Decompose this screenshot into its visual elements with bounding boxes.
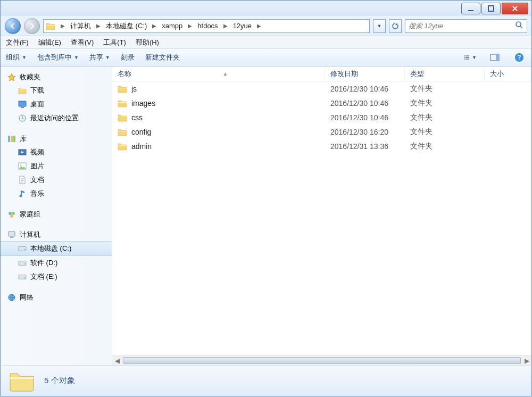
maximize-button[interactable] [481, 3, 501, 14]
homegroup-icon [7, 210, 16, 219]
address-bar[interactable]: ▶ 计算机 ▶ 本地磁盘 (C:) ▶ xampp ▶ htdocs ▶ 12y… [43, 19, 370, 33]
breadcrumb-segment[interactable]: 本地磁盘 (C:) [104, 20, 149, 32]
sidebar-item-desktop[interactable]: 桌面 [1, 97, 112, 111]
svg-rect-15 [19, 101, 26, 106]
column-type[interactable]: 类型 [405, 67, 485, 81]
svg-point-23 [20, 164, 22, 166]
address-dropdown-button[interactable]: ▼ [373, 19, 386, 33]
folder-icon [8, 369, 36, 393]
file-date: 2016/12/30 16:20 [325, 128, 405, 136]
menu-file[interactable]: 文件(F) [6, 38, 29, 47]
help-button[interactable]: ? [512, 51, 526, 64]
breadcrumb-segment[interactable]: 12yue [231, 21, 254, 31]
chevron-right-icon: ▶ [61, 23, 65, 29]
folder-icon [118, 85, 127, 93]
svg-rect-29 [10, 237, 13, 238]
scroll-left-icon[interactable]: ◀ [112, 356, 122, 365]
sidebar-computer[interactable]: 计算机 [1, 228, 112, 241]
horizontal-scrollbar[interactable]: ◀ ▶ [112, 355, 531, 365]
sidebar-item-recent[interactable]: 最近访问的位置 [1, 111, 112, 125]
file-name: js [131, 85, 137, 93]
drive-icon [18, 244, 27, 253]
sidebar-libraries[interactable]: 库 [1, 133, 112, 145]
burn-button[interactable]: 刻录 [121, 53, 135, 62]
sidebar-network[interactable]: 网络 [1, 291, 112, 304]
status-text: 5 个对象 [44, 376, 75, 386]
sidebar-item-drive-d[interactable]: 软件 (D:) [1, 256, 112, 270]
breadcrumb-segment[interactable]: htdocs [195, 21, 220, 31]
menu-tools[interactable]: 工具(T) [103, 38, 126, 47]
svg-rect-3 [488, 6, 494, 11]
chevron-right-icon: ▶ [96, 23, 101, 29]
file-date: 2016/12/31 13:36 [325, 142, 405, 151]
column-headers: 名称▲ 修改日期 类型 大小 [112, 67, 531, 81]
search-box[interactable] [405, 19, 527, 33]
column-size[interactable]: 大小 [485, 67, 531, 81]
include-in-library-button[interactable]: 包含到库中▼ [37, 53, 79, 62]
sidebar-item-drive-c[interactable]: 本地磁盘 (C:) [1, 241, 112, 256]
menu-edit[interactable]: 编辑(E) [38, 38, 61, 47]
menu-view[interactable]: 查看(V) [71, 38, 94, 47]
folder-icon [118, 142, 127, 151]
organize-button[interactable]: 组织▼ [6, 53, 27, 62]
file-type: 文件夹 [405, 142, 485, 151]
chevron-right-icon: ▶ [223, 23, 228, 29]
chevron-right-icon: ▶ [257, 23, 261, 29]
sidebar-item-downloads[interactable]: 下载 [1, 84, 112, 97]
svg-rect-10 [466, 59, 470, 59]
breadcrumb-segment[interactable]: 计算机 [68, 20, 93, 32]
svg-point-4 [516, 22, 521, 27]
new-folder-button[interactable]: 新建文件夹 [145, 53, 180, 62]
svg-rect-19 [11, 136, 13, 142]
document-icon [18, 176, 27, 184]
file-name: css [131, 113, 143, 122]
navigation-pane: 收藏夹 下载 桌面 最近访问的位置 库 视频 图片 文档 音乐 家庭组 计算机 … [1, 67, 112, 365]
file-row[interactable]: js2016/12/30 10:46文件夹 [112, 81, 531, 96]
file-row[interactable]: images2016/12/30 10:46文件夹 [112, 96, 531, 110]
file-type: 文件夹 [405, 127, 485, 137]
music-icon [18, 189, 27, 198]
computer-icon [7, 230, 16, 239]
column-name[interactable]: 名称▲ [112, 67, 325, 81]
minimize-button[interactable] [461, 3, 480, 14]
close-button[interactable] [502, 3, 528, 14]
sidebar-homegroup[interactable]: 家庭组 [1, 208, 112, 221]
search-input[interactable] [409, 22, 515, 30]
search-icon[interactable] [515, 21, 523, 31]
file-list: js2016/12/30 10:46文件夹images2016/12/30 10… [112, 81, 531, 153]
folder-icon [46, 22, 55, 30]
back-button[interactable] [5, 18, 21, 34]
sidebar-item-drive-e[interactable]: 文档 (E:) [1, 270, 112, 284]
svg-rect-8 [466, 57, 470, 57]
scroll-right-icon[interactable]: ▶ [522, 356, 531, 365]
file-row[interactable]: css2016/12/30 10:46文件夹 [112, 110, 531, 125]
share-button[interactable]: 共享▼ [89, 53, 110, 62]
view-options-button[interactable]: ▼ [463, 51, 477, 64]
sidebar-favorites[interactable]: 收藏夹 [1, 71, 112, 84]
star-icon [7, 73, 16, 81]
menu-help[interactable]: 帮助(H) [136, 38, 159, 47]
file-date: 2016/12/30 10:46 [325, 85, 405, 93]
file-name: admin [131, 142, 152, 151]
refresh-button[interactable] [389, 19, 402, 33]
folder-icon [118, 113, 127, 122]
scrollbar-thumb[interactable] [123, 357, 521, 364]
preview-pane-button[interactable] [488, 51, 502, 64]
sidebar-item-music[interactable]: 音乐 [1, 187, 112, 201]
toolbar: 组织▼ 包含到库中▼ 共享▼ 刻录 新建文件夹 ▼ ? [1, 48, 531, 67]
desktop-icon [18, 100, 27, 109]
download-icon [18, 86, 27, 95]
column-date[interactable]: 修改日期 [325, 67, 405, 81]
svg-rect-20 [13, 136, 15, 142]
sidebar-item-videos[interactable]: 视频 [1, 145, 112, 159]
file-row[interactable]: config2016/12/30 16:20文件夹 [112, 125, 531, 139]
svg-point-27 [10, 214, 13, 218]
folder-icon [118, 99, 127, 107]
breadcrumb-segment[interactable]: xampp [160, 21, 185, 31]
library-icon [7, 135, 16, 143]
forward-button[interactable] [24, 18, 40, 34]
sidebar-item-pictures[interactable]: 图片 [1, 159, 112, 173]
file-date: 2016/12/30 10:46 [325, 99, 405, 107]
sidebar-item-documents[interactable]: 文档 [1, 173, 112, 187]
file-row[interactable]: admin2016/12/31 13:36文件夹 [112, 139, 531, 153]
